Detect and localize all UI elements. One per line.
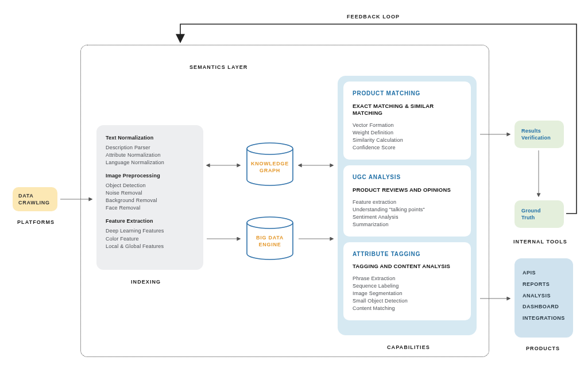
platforms-label: PLATFORMS [17,219,55,225]
indexing-h2-i0: Object Detection [106,182,194,189]
indexing-h1-i1: Attribute Normalization [106,152,194,159]
bd-l1: BIG DATA [256,235,284,241]
data-crawling-l1: DATA [18,193,34,199]
capability-ugc-analysis: UGC ANALYSIS PRODUCT REVIEWS AND OPINION… [343,165,471,237]
products-i2: ANALYSIS [523,290,565,302]
feedback-loop-label: FEEDBACK LOOP [347,14,400,20]
ground-l2: Truth [521,215,535,220]
indexing-h2-i3: Face Removal [106,204,194,212]
internal-tools-label: INTERNAL TOOLS [513,239,567,245]
products-box: APIS REPORTS ANALYSIS DASHBOARD INTEGRAT… [514,258,573,338]
at-i3: Small Object Detection [353,297,462,305]
capabilities-container: PRODUCT MATCHING EXACT MATCHING & SIMILA… [338,76,477,335]
indexing-h2-i1: Noise Removal [106,189,194,197]
kg-l2: GRAPH [260,168,280,173]
indexing-h1: Text Normalization [106,134,194,142]
at-i2: Image Segmentation [353,290,462,297]
pm-sub: EXACT MATCHING & SIMILAR MATCHING [353,103,462,118]
kg-l1: KNOWLEDGE [251,161,289,166]
results-verification-box: Results Verification [514,121,564,148]
products-i3: DASHBOARD [523,301,565,313]
at-i4: Content Matching [353,305,462,312]
indexing-h3-i2: Local & Global Features [106,243,194,250]
results-l1: Results [521,128,541,134]
ugc-i3: Summarization [353,221,462,228]
ugc-sub: PRODUCT REVIEWS AND OPINIONS [353,187,462,194]
pm-title: PRODUCT MATCHING [353,90,462,98]
indexing-h1-i0: Description Parser [106,144,194,152]
capability-attribute-tagging: ATTRIBUTE TAGGING TAGGING AND CONTENT AN… [343,242,471,321]
at-sub: TAGGING AND CONTENT ANALYSIS [353,263,462,270]
products-i1: REPORTS [523,279,565,290]
ground-truth-box: Ground Truth [514,200,564,228]
indexing-h2: Image Preprocessing [106,172,194,180]
pm-i0: Vector Formation [353,122,462,129]
products-label: PRODUCTS [526,346,560,351]
indexing-h2-i2: Background Removal [106,197,194,204]
pm-i3: Confidence Score [353,144,462,152]
capability-product-matching: PRODUCT MATCHING EXACT MATCHING & SIMILA… [343,82,471,160]
knowledge-graph-cylinder: KNOWLEDGE GRAPH [245,142,295,187]
indexing-h1-i2: Language Normalization [106,159,194,166]
data-crawling-box: DATA CRAWLING [13,187,57,211]
big-data-engine-cylinder: BIG DATA ENGINE [245,216,295,261]
at-i1: Sequence Labeling [353,282,462,290]
indexing-h3-i0: Deep Learning Features [106,227,194,235]
ugc-title: UGC ANALYSIS [353,173,462,182]
ugc-i2: Sentiment Analysis [353,214,462,221]
pm-i1: Weight Definition [353,129,462,137]
pm-i2: Similarity Calculation [353,137,462,144]
products-i4: INTEGRATIONS [523,313,565,324]
bd-l2: ENGINE [259,242,281,247]
data-crawling-l2: CRAWLING [18,200,50,206]
ugc-i1: Understanding "talking points" [353,206,462,214]
at-title: ATTRIBUTE TAGGING [353,250,462,259]
results-l2: Verification [521,135,551,141]
at-i0: Phrase Extraction [353,275,462,282]
ground-l1: Ground [521,208,541,214]
products-i0: APIS [523,268,565,279]
indexing-panel: Text Normalization Description Parser At… [96,125,203,270]
indexing-h3-i1: Color Feature [106,235,194,243]
indexing-h3: Feature Extraction [106,218,194,225]
ugc-i0: Feature extraction [353,199,462,206]
